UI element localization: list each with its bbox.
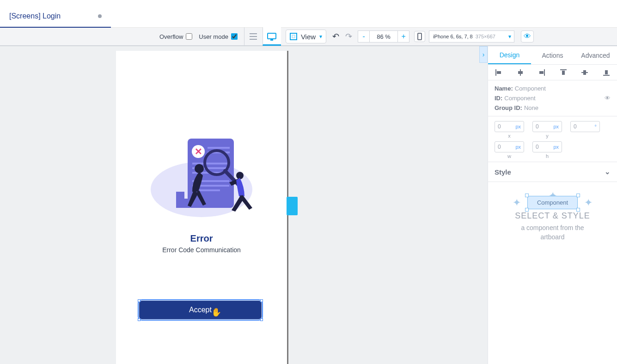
eye-icon: 👁 — [524, 32, 531, 41]
toolbar: Overflow User mode View ▾ ↶ ↷ - 86 % + i… — [0, 28, 617, 46]
accept-button[interactable]: Accept — [139, 301, 262, 319]
zoom-value[interactable]: 86 % — [370, 30, 397, 42]
empty-state: ✦ Component ✦ ✦ SELECT & STYLE a compone… — [488, 182, 617, 255]
x-input[interactable]: 0px — [495, 121, 524, 132]
document-tab-title: [Screens] Login — [9, 12, 98, 20]
panel-collapse-button[interactable]: › — [479, 46, 488, 63]
properties-panel: Design Actions Advanced Name: Component … — [488, 46, 617, 364]
svg-rect-23 — [539, 71, 544, 74]
selection-handle-bl[interactable] — [138, 318, 141, 321]
style-section-header[interactable]: Style ⌄ — [488, 162, 617, 182]
svg-rect-4 — [208, 147, 230, 149]
chevron-down-icon: ▾ — [508, 33, 511, 40]
dimension-inputs: 0px 0px 0° xy 0px 0px wh — [488, 116, 617, 162]
svg-rect-21 — [518, 71, 523, 74]
illustration-icon: ✕ — [148, 134, 255, 222]
align-top-button[interactable] — [553, 65, 574, 80]
device-orientation-button[interactable] — [414, 31, 425, 42]
list-icon — [250, 33, 257, 40]
svg-rect-18 — [495, 69, 496, 76]
name-label: Name: — [495, 85, 513, 92]
rotation-input[interactable]: 0° — [570, 121, 600, 132]
selection-handle-br[interactable] — [260, 318, 263, 321]
artboard[interactable]: ✕ — [116, 51, 287, 364]
phone-icon — [417, 33, 422, 40]
error-illustration: ✕ — [116, 134, 287, 222]
device-preset-dropdown[interactable]: iPhone 6, 6s, 7, 8 375×667 ▾ — [429, 30, 514, 42]
style-label: Style — [495, 168, 511, 176]
overflow-label: Overflow — [159, 33, 183, 40]
monitor-icon — [267, 33, 276, 39]
alignment-row — [488, 65, 617, 80]
svg-rect-29 — [605, 70, 608, 74]
visibility-icon[interactable]: 👁 — [605, 95, 611, 102]
panel-tabs: Design Actions Advanced — [488, 46, 617, 65]
view-mode-label: View — [301, 33, 316, 41]
zoom-out-button[interactable]: - — [358, 30, 370, 42]
svg-text:✕: ✕ — [195, 146, 202, 157]
view-mode-dropdown[interactable]: View ▾ — [286, 30, 326, 43]
chevron-right-icon: › — [483, 51, 485, 58]
align-bottom-button[interactable] — [596, 65, 617, 80]
svg-rect-28 — [603, 75, 610, 76]
zoom-in-button[interactable]: + — [397, 30, 409, 42]
align-right-button[interactable] — [531, 65, 553, 80]
canvas[interactable]: ✕ — [0, 46, 488, 364]
tab-actions[interactable]: Actions — [531, 46, 574, 64]
zoom-control: - 86 % + — [358, 30, 409, 42]
tab-advanced[interactable]: Advanced — [574, 46, 617, 64]
sparkle-icon: ✦ — [513, 197, 521, 209]
w-input[interactable]: 0px — [495, 141, 524, 152]
undo-button[interactable]: ↶ — [329, 31, 342, 42]
usermode-label: User mode — [199, 33, 228, 40]
svg-rect-24 — [560, 69, 567, 70]
error-heading: Error — [116, 233, 287, 244]
name-value[interactable]: Component — [515, 85, 546, 92]
selection-handle-tl[interactable] — [138, 299, 141, 302]
chevron-down-icon: ⌄ — [605, 168, 611, 176]
tab-strip: [Screens] Login — [0, 0, 617, 28]
tab-unsaved-dot-icon — [98, 14, 102, 18]
id-value[interactable]: Component — [504, 95, 535, 102]
usermode-checkbox[interactable] — [231, 33, 238, 40]
component-placeholder-badge: Component — [527, 196, 578, 209]
frame-icon — [290, 33, 297, 40]
overflow-checkbox[interactable] — [186, 33, 192, 40]
chevron-down-icon: ▾ — [319, 33, 322, 40]
redo-button[interactable]: ↷ — [342, 31, 355, 42]
svg-rect-19 — [497, 71, 501, 74]
h-input[interactable]: 0px — [532, 141, 562, 152]
svg-rect-6 — [192, 163, 229, 164]
device-controls: iPhone 6, 6s, 7, 8 375×667 ▾ 👁 — [414, 30, 534, 42]
y-input[interactable]: 0px — [532, 121, 562, 132]
align-hcenter-button[interactable] — [510, 65, 531, 80]
svg-rect-22 — [544, 69, 545, 76]
component-info: Name: Component ID: Component 👁 Group ID… — [488, 80, 617, 116]
device-dimensions: 375×667 — [476, 34, 495, 39]
svg-rect-25 — [562, 71, 565, 75]
tab-design[interactable]: Design — [488, 46, 531, 64]
empty-subtitle-2: artboard — [497, 233, 608, 242]
svg-rect-13 — [176, 192, 184, 199]
sparkle-icon: ✦ — [584, 197, 593, 209]
preview-toggle-button[interactable] — [263, 27, 281, 46]
svg-rect-27 — [583, 70, 586, 75]
document-tab[interactable]: [Screens] Login — [0, 6, 111, 28]
group-label: Group ID: — [495, 104, 522, 111]
group-value[interactable]: None — [524, 104, 538, 111]
canvas-side-handle[interactable] — [287, 197, 298, 215]
empty-title: SELECT & STYLE — [497, 211, 608, 221]
svg-rect-12 — [176, 199, 190, 208]
empty-subtitle-1: a component from the — [497, 224, 608, 233]
device-name: iPhone 6, 6s, 7, 8 — [433, 34, 473, 39]
id-label: ID: — [495, 95, 502, 102]
error-subtitle: Error Code Communication — [116, 246, 287, 254]
align-vcenter-button[interactable] — [574, 65, 596, 80]
visibility-toggle-button[interactable]: 👁 — [521, 30, 534, 42]
selection-handle-tr[interactable] — [260, 299, 263, 302]
align-left-button[interactable] — [488, 65, 510, 80]
layers-toggle-button[interactable] — [244, 27, 263, 46]
